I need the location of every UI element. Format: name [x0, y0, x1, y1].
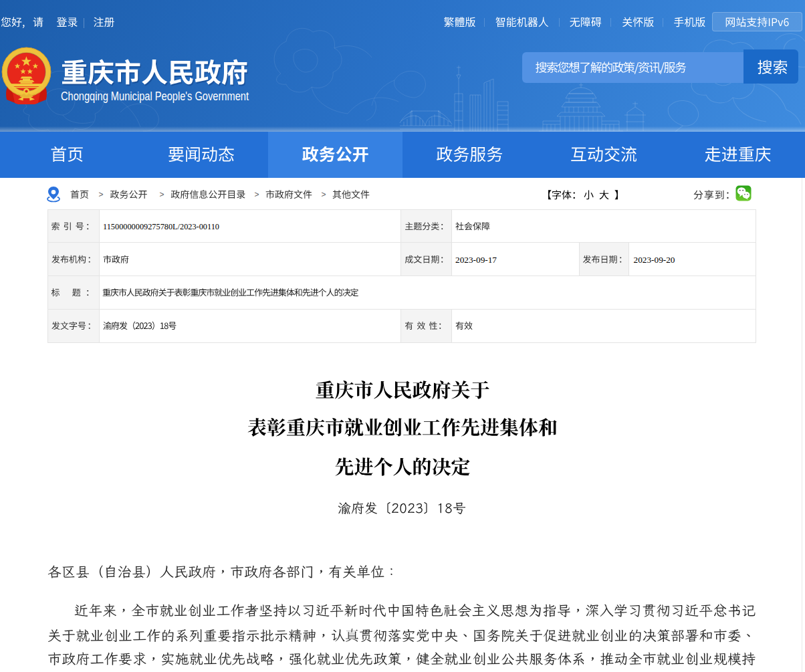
svg-text:>: > [255, 190, 259, 199]
svg-text:2023-09-20: 2023-09-20 [634, 255, 675, 265]
svg-text:2023-09-17: 2023-09-17 [455, 255, 497, 265]
svg-text:>: > [322, 190, 326, 199]
svg-text:Chongqing Municipal People's G: Chongqing Municipal People's Government [61, 89, 249, 103]
svg-text:>: > [99, 190, 104, 199]
svg-text:11500000009275780L/2023-00110: 11500000009275780L/2023-00110 [103, 221, 219, 231]
svg-text:>: > [160, 190, 164, 199]
